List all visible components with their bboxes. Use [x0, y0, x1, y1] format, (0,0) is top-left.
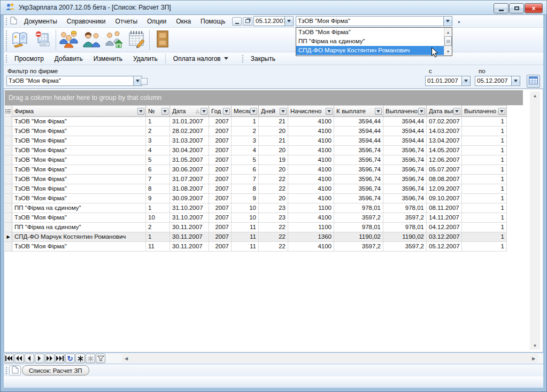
table-row[interactable]: ТзОВ "Моя Фірма"1031.10.2007200710234100… [5, 213, 507, 223]
delete-button[interactable]: Удалить [128, 53, 163, 65]
edit-button[interactable]: Изменить [88, 53, 128, 65]
organizations-button[interactable] [32, 29, 54, 51]
table-row[interactable]: ТзОВ "Моя Фірма"630.06.20072007620410035… [5, 165, 507, 175]
window-document-button[interactable] [9, 365, 21, 375]
dropdown-item-firm-3[interactable]: СПД-ФО Марчук Костянтин Романович [296, 46, 444, 55]
column-filter-button[interactable] [326, 108, 333, 115]
mdi-restore-button[interactable] [243, 17, 252, 26]
journal-button[interactable] [9, 29, 32, 51]
scrollbar-track[interactable] [530, 100, 540, 341]
column-header-2[interactable]: Дата△ [170, 105, 209, 117]
date-to-dropdown-button[interactable] [511, 76, 520, 85]
locate-button[interactable] [86, 354, 95, 363]
table-row[interactable]: ТзОВ "Моя Фірма"430.04.20072007420410035… [5, 146, 507, 155]
table-row[interactable]: ТзОВ "Моя Фірма"331.03.20072007321410035… [5, 136, 507, 146]
table-row[interactable]: ТзОВ "Моя Фірма"531.05.20072007519410035… [5, 155, 507, 165]
dropdown-item-firm-2[interactable]: ПП "Фірма на єдиному" [296, 37, 444, 46]
column-header-0[interactable]: Фирма [12, 105, 146, 117]
scroll-left-icon[interactable]: ◀ [122, 356, 130, 361]
column-filter-button[interactable] [137, 108, 144, 115]
date-from-dropdown-button[interactable] [461, 76, 470, 85]
column-filter-button[interactable] [223, 108, 230, 115]
tab-salary-list[interactable]: Список: Расчет ЗП [22, 365, 89, 375]
column-header-3[interactable]: Год [209, 105, 232, 117]
scrollbar-thumb[interactable] [444, 36, 452, 46]
column-filter-button[interactable] [453, 108, 460, 115]
menu-options[interactable]: Опции [142, 15, 171, 27]
column-filter-button[interactable] [250, 108, 257, 115]
table-row[interactable]: ПП "Фірма на єдиному"131.10.200720071023… [5, 203, 507, 213]
grid-customize-button[interactable] [5, 105, 12, 117]
column-filter-button[interactable] [201, 108, 207, 115]
recalculate-button[interactable] [527, 75, 540, 88]
refresh-button[interactable]: ↻ [65, 354, 75, 363]
filter-checkbox[interactable] [141, 78, 148, 85]
toolbar-grip[interactable] [5, 54, 7, 64]
column-header-9[interactable]: Дата выг [427, 105, 462, 117]
table-row[interactable]: ТзОВ "Моя Фірма"228.02.20072007220410035… [5, 127, 507, 136]
dropdown-scrollbar[interactable]: ▲ ▼ [444, 28, 452, 56]
scroll-right-icon[interactable]: ▶ [529, 356, 538, 361]
maximize-button[interactable] [509, 3, 524, 13]
menu-documents[interactable]: Документы [19, 15, 62, 27]
next-record-button[interactable] [35, 354, 44, 363]
minimize-button[interactable] [494, 3, 509, 13]
filter-button[interactable] [96, 354, 105, 363]
date-to-combo[interactable]: 05.12.2007 [475, 76, 520, 86]
scroll-down-icon[interactable]: ▼ [444, 47, 452, 56]
firm-combo-dropdown-button[interactable] [443, 17, 452, 26]
toolbar-grip[interactable] [5, 366, 7, 375]
toolbar-overflow-icon[interactable]: ▼ [457, 20, 461, 24]
filter-firm-combo[interactable]: ТзОВ "Моя Фірма" [6, 76, 142, 86]
table-row[interactable]: ТзОВ "Моя Фірма"1130.11.2007200711224100… [5, 242, 507, 252]
mdi-minimize-button[interactable] [232, 17, 242, 26]
column-header-7[interactable]: К выплате [334, 105, 383, 117]
horizontal-scrollbar[interactable]: ◀ ▶ [122, 354, 538, 363]
employees-group-button[interactable] [58, 29, 80, 51]
column-header-8[interactable]: Выплачено [383, 105, 427, 117]
table-row[interactable]: ТзОВ "Моя Фірма"731.07.20072007722410035… [5, 175, 507, 184]
column-header-4[interactable]: Месяц [232, 105, 259, 117]
menu-help[interactable]: Помощь [196, 15, 230, 27]
view-button[interactable]: Просмотр [9, 53, 49, 65]
column-filter-button[interactable] [161, 108, 168, 115]
prior-record-button[interactable] [25, 354, 34, 363]
scroll-up-icon[interactable]: ▲ [530, 91, 540, 100]
column-header-5[interactable]: Дней [259, 105, 288, 117]
add-button[interactable]: Добавить [49, 53, 88, 65]
work-date-dropdown-button[interactable] [284, 17, 293, 26]
table-row[interactable]: ТзОВ "Моя Фірма"831.08.20072007822410035… [5, 184, 507, 194]
timesheet-button[interactable] [125, 29, 148, 51]
toolbar-grip[interactable] [5, 29, 7, 51]
exit-button[interactable] [151, 29, 174, 51]
insert-record-button[interactable] [75, 354, 85, 363]
menu-directories[interactable]: Справочники [62, 15, 111, 27]
table-row[interactable]: ТзОВ "Моя Фірма"930.09.20072007920410035… [5, 194, 507, 203]
work-date-combo[interactable]: 05.12.2007 [253, 16, 294, 26]
column-filter-button[interactable] [418, 108, 425, 115]
column-header-6[interactable]: Начислено [288, 105, 334, 117]
table-row[interactable]: ▶СПД-ФО Марчук Костянтин Романович130.11… [5, 232, 507, 242]
last-record-button[interactable] [55, 354, 65, 363]
column-filter-button[interactable] [280, 108, 287, 115]
scroll-up-icon[interactable]: ▲ [444, 28, 452, 36]
close-button[interactable]: × [525, 3, 543, 13]
close-list-button[interactable]: Закрыть [245, 53, 281, 65]
dropdown-item-firm-1[interactable]: ТзОВ "Моя Фірма" [296, 28, 444, 37]
table-row[interactable]: ПП "Фірма на єдиному"230.11.200720071122… [5, 223, 507, 232]
vertical-scrollbar[interactable]: ▲ ▼ [530, 91, 540, 350]
table-row[interactable]: ТзОВ "Моя Фірма"131.01.20072007121410035… [5, 117, 507, 127]
next-page-button[interactable] [45, 354, 55, 363]
first-record-button[interactable] [4, 354, 14, 363]
column-filter-button[interactable] [498, 108, 505, 115]
toolbar-grip[interactable] [5, 17, 7, 26]
firm-combo[interactable]: ТзОВ "Моя Фірма" [296, 16, 452, 26]
prior-page-button[interactable] [14, 354, 24, 363]
menu-windows[interactable]: Окна [171, 15, 196, 27]
toolbar-grip[interactable] [241, 54, 244, 64]
column-header-1[interactable]: № [146, 105, 170, 117]
persons-button[interactable] [80, 29, 103, 51]
menu-reports[interactable]: Отчеты [111, 15, 142, 27]
household-button[interactable] [103, 29, 125, 51]
column-header-10[interactable]: Выплачено г [462, 105, 507, 117]
